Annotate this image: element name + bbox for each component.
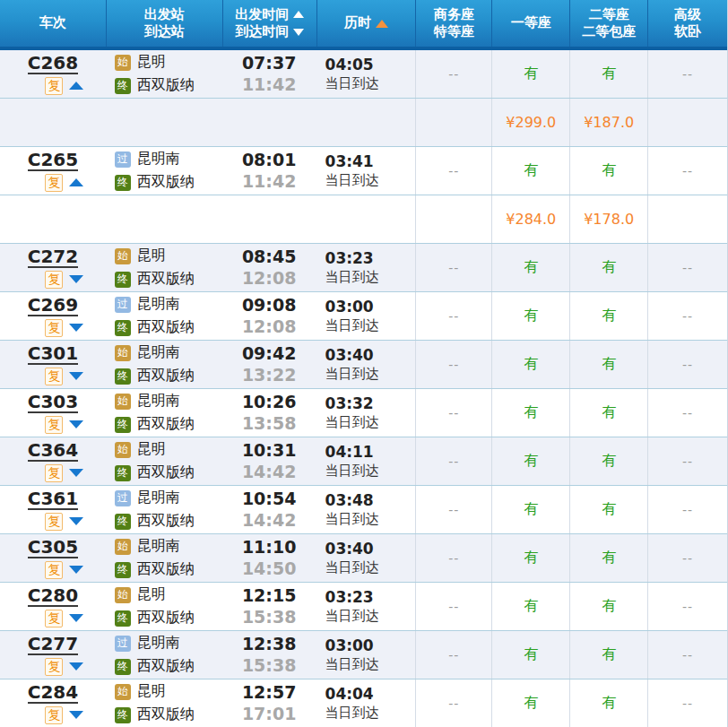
train-row: C303复始昆明南终西双版纳10:2613:5803:32当日到达--有有-- — [0, 389, 727, 437]
arrive-station-name: 西双版纳 — [137, 173, 195, 192]
depart-station-name: 昆明 — [137, 53, 166, 72]
depart-station-row: 始昆明 — [115, 440, 222, 459]
price-value: ¥187.0 — [584, 114, 634, 131]
train-code-link[interactable]: C265 — [28, 151, 78, 171]
arrive-station-name: 西双版纳 — [137, 657, 195, 676]
seat-unavailable-label: -- — [682, 648, 693, 662]
soft-sleeper-cell: -- — [647, 50, 727, 98]
seat-available-label: 有 — [524, 355, 538, 374]
train-code-link[interactable]: C364 — [28, 441, 78, 462]
arrive-station-name: 西双版纳 — [137, 318, 195, 337]
expand-arrow-icon[interactable] — [69, 566, 83, 574]
collapse-arrow-icon[interactable] — [69, 178, 83, 186]
arrive-station-name: 西双版纳 — [137, 560, 195, 579]
seat-available-label: 有 — [524, 258, 538, 277]
duration-value: 03:40 — [325, 347, 416, 365]
arrive-time: 13:22 — [242, 366, 296, 385]
business-seat-cell: -- — [415, 631, 491, 679]
col-sleeper-label-2: 软卧 — [674, 23, 701, 41]
arrive-station-row: 终西双版纳 — [115, 76, 222, 95]
seat-available-label: 有 — [524, 500, 538, 519]
arrive-station-badge: 终 — [115, 707, 131, 723]
seat-available-label: 有 — [602, 645, 616, 664]
depart-station-badge: 始 — [115, 55, 131, 71]
stations-cell: 始昆明终西双版纳 — [106, 50, 222, 98]
train-code-link[interactable]: C269 — [28, 296, 78, 316]
soft-sleeper-cell: -- — [647, 679, 727, 727]
seat-unavailable-label: -- — [682, 600, 693, 614]
second-class-cell: 有 — [569, 50, 647, 98]
seat-unavailable-label: -- — [682, 358, 693, 372]
stations-cell: 过昆明南终西双版纳 — [106, 292, 222, 340]
collapse-arrow-icon[interactable] — [69, 82, 83, 90]
arrive-station-row: 终西双版纳 — [115, 270, 222, 289]
sort-duration[interactable]: 历时 — [344, 14, 388, 32]
train-code-link[interactable]: C284 — [28, 683, 78, 704]
arrive-station-badge: 终 — [115, 175, 131, 191]
sort-desc-icon[interactable] — [293, 29, 304, 36]
seat-available-label: 有 — [602, 694, 616, 713]
train-code-link[interactable]: C272 — [28, 247, 78, 268]
duration-cell: 03:23当日到达 — [316, 244, 416, 291]
business-seat-cell: -- — [415, 244, 491, 291]
expand-arrow-icon[interactable] — [69, 614, 83, 622]
duration-cell: 03:40当日到达 — [316, 341, 416, 388]
arrive-time: 14:42 — [242, 511, 296, 531]
depart-station-badge: 始 — [115, 587, 131, 603]
depart-time: 12:57 — [242, 683, 296, 703]
second-class-price-cell: ¥178.0 — [569, 195, 647, 243]
arrive-station-row: 终西双版纳 — [115, 367, 222, 385]
first-class-cell: 有 — [491, 631, 569, 679]
sort-asc-icon[interactable] — [293, 11, 304, 18]
expand-arrow-icon[interactable] — [69, 469, 83, 477]
train-list-table: 车次 出发站 到达站 出发时间 到达时间 历时 商务座 特等座 — [0, 0, 728, 727]
duration-value: 03:23 — [325, 250, 416, 268]
train-code-link[interactable]: C303 — [28, 393, 78, 413]
expand-arrow-icon[interactable] — [69, 372, 83, 380]
business-seat-cell: -- — [415, 583, 491, 630]
seat-unavailable-label: -- — [448, 406, 459, 420]
train-row: C268复始昆明终西双版纳07:3711:4204:05当日到达--有有-- — [0, 50, 727, 99]
depart-time: 10:31 — [242, 441, 296, 461]
expand-arrow-icon[interactable] — [69, 711, 83, 719]
train-row: C301复始昆明南终西双版纳09:4213:2203:40当日到达--有有-- — [0, 341, 727, 389]
arrive-station-name: 西双版纳 — [137, 609, 195, 627]
sort-depart-time[interactable]: 出发时间 — [235, 6, 304, 24]
first-class-cell: 有 — [491, 389, 569, 437]
business-price-cell — [415, 99, 491, 146]
train-code-link[interactable]: C305 — [28, 538, 78, 558]
train-code-link[interactable]: C361 — [28, 489, 78, 510]
train-code-link[interactable]: C280 — [28, 586, 78, 607]
first-class-cell: 有 — [491, 534, 569, 582]
sort-arrive-time[interactable]: 到达时间 — [235, 23, 304, 41]
sort-asc-active-icon[interactable] — [376, 20, 388, 28]
seat-available-label: 有 — [524, 549, 538, 567]
second-class-cell: 有 — [569, 147, 647, 195]
second-class-price-cell: ¥187.0 — [569, 99, 647, 146]
fuxing-hao-badge: 复 — [45, 610, 63, 627]
first-class-cell: 有 — [491, 147, 569, 195]
expand-arrow-icon[interactable] — [69, 275, 83, 283]
arrive-station-badge: 终 — [115, 562, 131, 578]
train-code-link[interactable]: C268 — [28, 54, 78, 74]
train-code-link[interactable]: C301 — [28, 344, 78, 365]
arrive-time: 14:42 — [242, 463, 296, 482]
depart-time: 10:54 — [242, 489, 296, 509]
arrive-station-badge: 终 — [115, 514, 131, 530]
duration-cell: 03:40当日到达 — [316, 534, 416, 582]
fuxing-hao-badge: 复 — [45, 271, 63, 289]
train-code-link[interactable]: C277 — [28, 635, 78, 655]
price-detail-row: ¥284.0¥178.0 — [0, 195, 727, 244]
expand-arrow-icon[interactable] — [69, 324, 83, 332]
arrive-station-badge: 终 — [115, 320, 131, 336]
expand-arrow-icon[interactable] — [69, 420, 83, 428]
seat-unavailable-label: -- — [682, 454, 693, 469]
expand-arrow-icon[interactable] — [69, 662, 83, 671]
expand-arrow-icon[interactable] — [69, 517, 83, 525]
depart-station-name: 昆明 — [137, 585, 166, 604]
seat-unavailable-label: -- — [682, 697, 693, 711]
second-class-cell: 有 — [569, 437, 647, 485]
price-row-spacer — [0, 99, 415, 146]
seat-available-label: 有 — [524, 307, 538, 325]
second-class-cell: 有 — [569, 534, 647, 582]
